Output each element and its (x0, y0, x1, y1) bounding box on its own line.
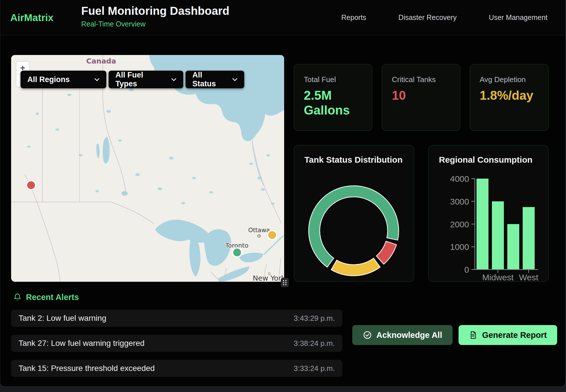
map-label-new-york: New York (253, 274, 284, 282)
x-tick-label: Midwest (482, 273, 514, 282)
y-tick-label: 3000 (450, 197, 469, 206)
bar-2 (507, 224, 519, 270)
bell-icon (13, 293, 21, 302)
chevron-down-icon (94, 78, 99, 81)
generate-report-label: Generate Report (482, 330, 547, 340)
recent-alerts-heading: Recent Alerts (13, 293, 79, 302)
chart-title: Tank Status Distribution (304, 155, 402, 165)
map-drag-handle[interactable] (281, 278, 289, 287)
alert-message: Tank 2: Low fuel warning (19, 314, 106, 323)
donut-segment-warning (331, 258, 380, 276)
dashboard-window: AirMatrix Fuel Monitoring Dashboard Real… (0, 0, 565, 387)
nav-user-management[interactable]: User Management (489, 13, 547, 22)
tank-marker-normal[interactable] (233, 248, 242, 257)
alert-row[interactable]: Tank 15: Pressure threshold exceeded 3:3… (11, 360, 342, 377)
alert-time: 3:43:29 p.m. (294, 314, 335, 323)
fuel-type-filter-select[interactable]: All Fuel Types (109, 71, 183, 88)
tank-status-donut-chart (307, 184, 401, 278)
page-title: Fuel Monitoring Dashboard (81, 5, 229, 17)
stat-value: 10 (392, 88, 450, 103)
nav-disaster-recovery[interactable]: Disaster Recovery (398, 13, 457, 22)
stat-label: Critical Tanks (392, 75, 450, 84)
regional-consumption-bar-chart: 01000200030004000MidwestWest (429, 145, 549, 282)
tank-status-distribution-card: Tank Status Distribution (294, 145, 414, 282)
check-circle-icon (363, 330, 372, 340)
acknowledge-all-button[interactable]: Acknowledge All (352, 325, 453, 345)
region-filter-select[interactable]: All Regions (21, 71, 106, 88)
fuel-map[interactable]: Canada Ottawa Toronto New York + − All R… (11, 55, 284, 282)
map-label-country: Canada (86, 57, 116, 65)
tank-marker-warning[interactable] (268, 230, 277, 240)
acknowledge-all-label: Acknowledge All (376, 330, 442, 340)
alert-row[interactable]: Tank 27: Low fuel warning triggered 3:38… (11, 335, 342, 352)
chevron-down-icon (232, 78, 237, 81)
brand-logo: AirMatrix (10, 12, 54, 23)
region-filter-value: All Regions (27, 75, 70, 84)
donut-segment-critical (376, 241, 397, 264)
nav-reports[interactable]: Reports (341, 13, 367, 22)
y-tick-label: 4000 (450, 174, 469, 183)
stat-value: 1.8%/day (480, 88, 539, 103)
page-subtitle: Real-Time Overview (81, 20, 229, 28)
generate-report-button[interactable]: Generate Report (459, 325, 557, 345)
status-filter-select[interactable]: All Status (186, 71, 244, 88)
grip-dots-icon (282, 279, 287, 286)
stat-label: Avg Depletion (480, 75, 539, 84)
y-tick-label: 1000 (450, 242, 469, 252)
stat-card-avg-depletion: Avg Depletion 1.8%/day (470, 64, 549, 131)
recent-alerts-label: Recent Alerts (26, 293, 79, 302)
tank-marker-critical[interactable] (27, 181, 36, 190)
header: AirMatrix Fuel Monitoring Dashboard Real… (0, 0, 565, 35)
alert-message: Tank 27: Low fuel warning triggered (19, 339, 144, 348)
stat-label: Total Fuel (304, 75, 362, 84)
alert-row[interactable]: Tank 2: Low fuel warning 3:43:29 p.m. (11, 310, 342, 327)
alert-time: 3:33:24 p.m. (294, 364, 335, 373)
regional-consumption-card: Regional Consumption 01000200030004000Mi… (428, 145, 549, 282)
main-nav: Reports Disaster Recovery User Managemen… (341, 0, 547, 35)
alert-message: Tank 15: Pressure threshold exceeded (19, 364, 155, 373)
fuel-type-filter-value: All Fuel Types (115, 71, 166, 88)
chevron-down-icon (171, 78, 176, 81)
status-filter-value: All Status (192, 71, 227, 88)
y-tick-label: 2000 (450, 220, 469, 229)
report-file-icon (469, 331, 477, 339)
stat-card-total-fuel: Total Fuel 2.5M Gallons (294, 64, 372, 131)
title-block: Fuel Monitoring Dashboard Real-Time Over… (81, 5, 229, 28)
stat-value: 2.5M Gallons (304, 88, 362, 118)
bar-0 (477, 179, 488, 270)
map-canvas[interactable]: Canada Ottawa Toronto New York (11, 55, 284, 282)
bar-1 (492, 201, 504, 270)
y-tick-label: 0 (464, 265, 469, 274)
map-label-ottawa: Ottawa (248, 227, 270, 234)
bar-3 (523, 207, 535, 270)
x-tick-label: West (519, 273, 538, 282)
map-filters: All Regions All Fuel Types All Status (21, 71, 244, 88)
stat-card-critical-tanks: Critical Tanks 10 (382, 64, 460, 131)
alert-time: 3:38:24 p.m. (294, 339, 335, 348)
